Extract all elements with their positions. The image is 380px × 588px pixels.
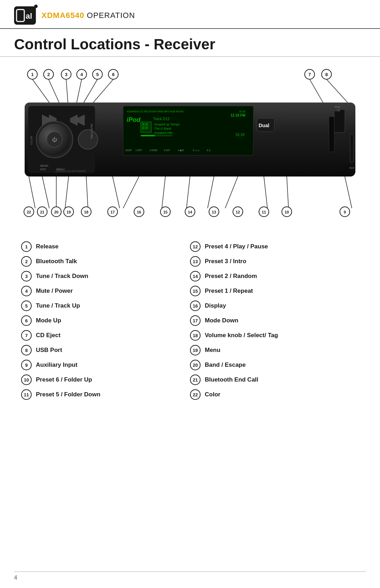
svg-line-84 bbox=[208, 177, 214, 208]
svg-text:iPod: iPod bbox=[127, 116, 141, 123]
legend-label-5: Tune / Track Up bbox=[36, 302, 80, 309]
page-title: Control Locations - Receiver bbox=[14, 36, 366, 53]
svg-line-88 bbox=[345, 177, 352, 208]
svg-line-85 bbox=[225, 177, 238, 208]
legend-num-7: 7 bbox=[21, 330, 32, 341]
legend-item-7: 7 CD Eject bbox=[21, 330, 190, 341]
legend-label-17: Mode Down bbox=[205, 317, 238, 324]
header: al XDMA6540 OPERATION bbox=[0, 0, 380, 29]
legend-item-10: 10 Preset 6 / Folder Up bbox=[21, 375, 190, 385]
svg-text:6: 6 bbox=[112, 72, 114, 77]
svg-text:21: 21 bbox=[40, 210, 44, 214]
dual-logo: al bbox=[14, 6, 36, 25]
svg-text:5 ▭▭: 5 ▭▭ bbox=[193, 149, 200, 151]
legend-num-20: 20 bbox=[190, 360, 201, 370]
legend-num-6: 6 bbox=[21, 315, 32, 326]
legend-label-10: Preset 6 / Folder Up bbox=[36, 376, 92, 383]
svg-line-82 bbox=[162, 177, 165, 208]
legend-label-4: Mute / Power bbox=[36, 287, 73, 295]
legend-num-1: 1 bbox=[21, 241, 32, 252]
svg-text:8: 8 bbox=[325, 72, 328, 77]
header-title: XDMA6540 OPERATION bbox=[42, 11, 135, 20]
svg-line-22 bbox=[310, 79, 323, 103]
legend-label-9: Auxiliary Input bbox=[36, 361, 77, 369]
svg-text:⊞ SD: ⊞ SD bbox=[239, 110, 246, 113]
svg-text:XDMA6540 CD RECEIVER WMA MP3 R: XDMA6540 CD RECEIVER WMA MP3 RGB MOSFt bbox=[127, 110, 184, 113]
svg-text:ESC: ESC bbox=[40, 168, 46, 171]
legend-item-12: 12 Preset 4 / Play / Pause bbox=[190, 241, 359, 252]
svg-text:4: 4 bbox=[80, 72, 83, 77]
legend-item-11: 11 Preset 5 / Folder Down bbox=[21, 389, 190, 400]
svg-line-87 bbox=[287, 177, 289, 208]
svg-rect-49 bbox=[142, 123, 145, 126]
legend-label-16: Display bbox=[205, 302, 226, 309]
svg-text:12·10 FM: 12·10 FM bbox=[230, 113, 245, 117]
legend-label-11: Preset 5 / Folder Down bbox=[36, 391, 100, 398]
legend-num-22: 22 bbox=[190, 389, 201, 400]
svg-text:Dual: Dual bbox=[259, 123, 269, 128]
svg-text:1 RPT: 1 RPT bbox=[135, 149, 143, 151]
legend-num-21: 21 bbox=[190, 375, 201, 385]
legend-item-21: 21 Bluetooth End Call bbox=[190, 375, 359, 385]
legend-item-1: 1 Release bbox=[21, 241, 190, 252]
svg-text:13: 13 bbox=[212, 210, 216, 214]
svg-text:3: 3 bbox=[65, 72, 67, 77]
svg-text:20: 20 bbox=[54, 210, 58, 214]
svg-text:⏻: ⏻ bbox=[52, 137, 57, 142]
legend-label-15: Preset 1 / Repeat bbox=[205, 287, 253, 295]
svg-text:6 ⟫: 6 ⟫ bbox=[207, 149, 210, 151]
svg-text:iPod: iPod bbox=[335, 106, 340, 108]
svg-text:12: 12 bbox=[236, 210, 240, 214]
legend-label-3: Tune / Track Down bbox=[36, 273, 88, 280]
legend-num-11: 11 bbox=[21, 389, 32, 400]
legend-item-6: 6 Mode Up bbox=[21, 315, 190, 326]
receiver-section: 1 2 3 4 5 6 7 bbox=[0, 64, 380, 220]
svg-line-83 bbox=[186, 177, 190, 208]
legend-num-15: 15 bbox=[190, 286, 201, 296]
legend-item-9: 9 Auxiliary Input bbox=[21, 360, 190, 370]
legend-item-15: 15 Preset 1 / Repeat bbox=[190, 286, 359, 296]
svg-text:14: 14 bbox=[188, 210, 192, 214]
svg-text:18: 18 bbox=[84, 210, 88, 214]
footer: 4 bbox=[14, 571, 366, 581]
legend-item-17: 17 Mode Down bbox=[190, 315, 359, 326]
legend-label-20: Band / Escape bbox=[205, 361, 246, 369]
svg-rect-0 bbox=[17, 10, 24, 21]
svg-line-4 bbox=[32, 79, 49, 103]
svg-line-75 bbox=[29, 177, 35, 208]
legend-num-9: 9 bbox=[21, 360, 32, 370]
legend-item-22: 22 Color bbox=[190, 389, 359, 400]
svg-rect-51 bbox=[142, 126, 145, 129]
legend-label-2: Bluetooth Talk bbox=[36, 258, 77, 265]
svg-rect-50 bbox=[145, 123, 148, 126]
svg-text:1: 1 bbox=[31, 72, 33, 77]
svg-text:Greatest Hits: Greatest Hits bbox=[154, 131, 173, 135]
legend-item-14: 14 Preset 2 / Random bbox=[190, 271, 359, 281]
svg-text:SELECT/TAG: SELECT/TAG bbox=[90, 124, 93, 139]
legend-num-10: 10 bbox=[21, 375, 32, 385]
legend-num-16: 16 bbox=[190, 301, 201, 311]
svg-text:7: 7 bbox=[308, 72, 311, 77]
svg-text:AUX: AUX bbox=[349, 167, 355, 169]
legend-num-8: 8 bbox=[21, 345, 32, 355]
svg-text:11: 11 bbox=[262, 210, 266, 214]
legend-label-6: Mode Up bbox=[36, 317, 61, 324]
svg-text:USB: USB bbox=[335, 109, 340, 112]
svg-text:The G Band: The G Band bbox=[154, 127, 171, 130]
legend-item-16: 16 Display bbox=[190, 301, 359, 311]
svg-rect-69 bbox=[334, 110, 345, 132]
svg-line-81 bbox=[123, 177, 139, 208]
receiver-diagram-svg: 1 2 3 4 5 6 7 bbox=[14, 64, 366, 219]
legend-label-18: Volume knob / Select/ Tag bbox=[205, 332, 278, 339]
svg-line-76 bbox=[42, 177, 49, 208]
legend-item-18: 18 Volume knob / Select/ Tag bbox=[190, 330, 359, 341]
legend-num-18: 18 bbox=[190, 330, 201, 341]
legend-num-3: 3 bbox=[21, 271, 32, 281]
svg-text:2 RDM: 2 RDM bbox=[150, 149, 157, 151]
legend-num-2: 2 bbox=[21, 256, 32, 267]
legend-label-7: CD Eject bbox=[36, 332, 61, 339]
legend-col-left: 1 Release 2 Bluetooth Talk 3 Tune / Trac… bbox=[21, 241, 190, 400]
svg-text:Souped up Tempo: Souped up Tempo bbox=[154, 123, 180, 126]
legend-label-22: Color bbox=[205, 391, 220, 398]
svg-line-16 bbox=[84, 79, 97, 103]
